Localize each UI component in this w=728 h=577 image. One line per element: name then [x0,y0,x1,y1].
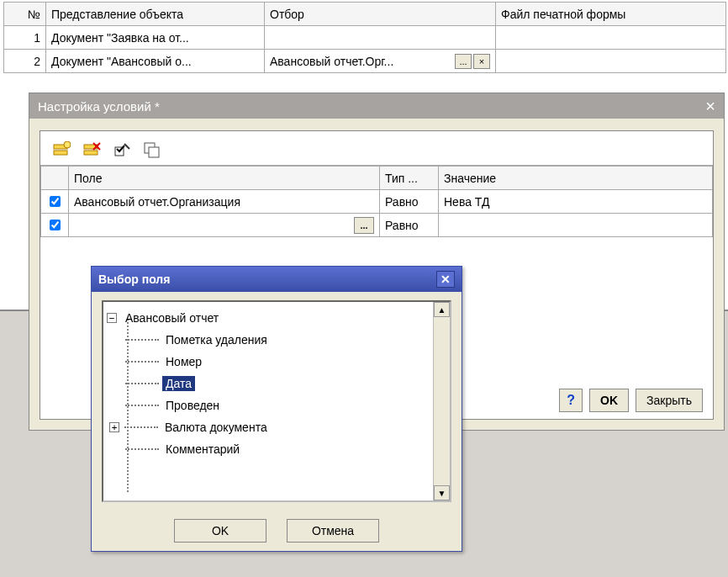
table-row[interactable]: 2 Документ "Авансовый о... Авансовый отч… [4,50,726,73]
cell-sel [265,26,496,50]
cell-value[interactable] [439,214,713,237]
cancel-button[interactable]: Отмена [287,519,379,543]
col-type[interactable]: Тип ... [380,167,439,190]
cell-num: 1 [4,26,46,50]
add-row-icon[interactable] [50,140,72,160]
cell-file [496,26,726,50]
table-row[interactable]: ... Равно [41,214,713,237]
svg-line-8 [124,144,129,149]
table-row[interactable]: 1 Документ "Заявка на от... [4,26,726,50]
cell-sel-text: Авансовый отчет.Орг... [270,55,453,68]
col-num[interactable]: № [4,3,46,26]
cell-num: 2 [4,50,46,73]
conditions-table: Поле Тип ... Значение Авансовый отчет.Ор… [40,166,713,237]
expand-icon[interactable]: + [109,422,119,432]
field-tree[interactable]: − Авансовый отчет Пометка удаления Номер… [103,302,433,500]
tree-root-label: Авансовый отчет [122,310,222,326]
tree-connector [125,448,159,450]
conditions-titlebar[interactable]: Настройка условий * × [29,93,724,119]
tree-connector [124,426,158,428]
cell-field[interactable]: ... [69,214,380,237]
close-button[interactable]: Закрыть [636,389,703,412]
col-field[interactable]: Поле [69,167,380,190]
conditions-footer: ? OK Закрыть [559,389,703,412]
tree-connector [125,361,159,363]
conditions-close-icon[interactable]: × [705,97,715,116]
field-select-footer: OK Отмена [92,519,462,543]
scroll-up-icon[interactable]: ▲ [434,302,450,317]
tree-item-label: Валюта документа [161,420,271,435]
tree-scrollbar[interactable]: ▲ ▼ [433,302,450,500]
tree-item[interactable]: + Валюта документа [107,416,430,438]
cell-obj: Документ "Заявка на от... [46,26,265,50]
cell-field[interactable]: Авансовый отчет.Организация [69,190,380,214]
tree-item-label: Проведен [162,398,223,413]
cell-value[interactable]: Нева ТД [439,190,713,214]
field-select-close-icon[interactable]: ✕ [436,271,455,288]
ok-button[interactable]: OK [589,389,629,412]
row-checkbox[interactable] [50,196,61,207]
copy-row-icon[interactable] [141,140,163,160]
svg-rect-10 [149,147,159,157]
tree-item-label: Пометка удаления [162,332,271,347]
conditions-title-text: Настройка условий * [38,99,160,114]
cell-file [496,50,726,73]
cell-type[interactable]: Равно [380,190,439,214]
col-sel[interactable]: Отбор [265,3,496,26]
field-select-dialog: Выбор поля ✕ − Авансовый отчет Пометка у… [91,266,462,552]
tree-item-label: Номер [162,354,205,369]
tree-item-label: Дата [162,376,195,391]
field-select-titlebar[interactable]: Выбор поля ✕ [92,267,462,292]
ok-button[interactable]: OK [174,519,266,543]
table-row[interactable]: Авансовый отчет.Организация Равно Нева Т… [41,190,713,214]
col-obj[interactable]: Представление объекта [46,3,265,26]
field-ellipsis-button[interactable]: ... [354,217,374,234]
conditions-header-row: Поле Тип ... Значение [41,167,713,190]
delete-row-icon[interactable] [81,140,103,160]
col-check [41,167,69,190]
expand-icon[interactable]: − [107,313,117,323]
tree-item[interactable]: Комментарий [107,438,430,460]
row-checkbox[interactable] [50,220,61,230]
main-table: № Представление объекта Отбор Файл печат… [3,2,726,73]
tree-item[interactable]: Номер [107,351,430,373]
help-button[interactable]: ? [559,389,583,412]
sel-ellipsis-button[interactable]: ... [455,54,472,69]
tree-connector [125,339,159,341]
cell-sel[interactable]: Авансовый отчет.Орг... ... × [265,50,496,73]
tree-connector [125,383,159,384]
svg-point-2 [64,141,71,148]
tree-item-label: Комментарий [162,442,243,457]
cell-obj: Документ "Авансовый о... [46,50,265,73]
field-select-title-text: Выбор поля [98,273,170,286]
tree-item[interactable]: Дата [107,373,430,394]
tree-root[interactable]: − Авансовый отчет [107,307,430,329]
main-table-header-row: № Представление объекта Отбор Файл печат… [4,3,726,26]
tree-item[interactable]: Пометка удаления [107,329,430,351]
svg-rect-1 [54,151,67,155]
col-file[interactable]: Файл печатной формы [496,3,726,26]
cell-type[interactable]: Равно [380,214,439,237]
conditions-toolbar [40,131,713,165]
scroll-down-icon[interactable]: ▼ [434,485,450,500]
field-tree-wrap: − Авансовый отчет Пометка удаления Номер… [102,300,451,502]
svg-rect-4 [84,151,98,155]
col-value[interactable]: Значение [439,167,713,190]
sel-clear-button[interactable]: × [473,54,490,69]
tree-connector [125,405,159,406]
tree-item[interactable]: Проведен [107,394,430,416]
edit-row-icon[interactable] [111,140,133,160]
